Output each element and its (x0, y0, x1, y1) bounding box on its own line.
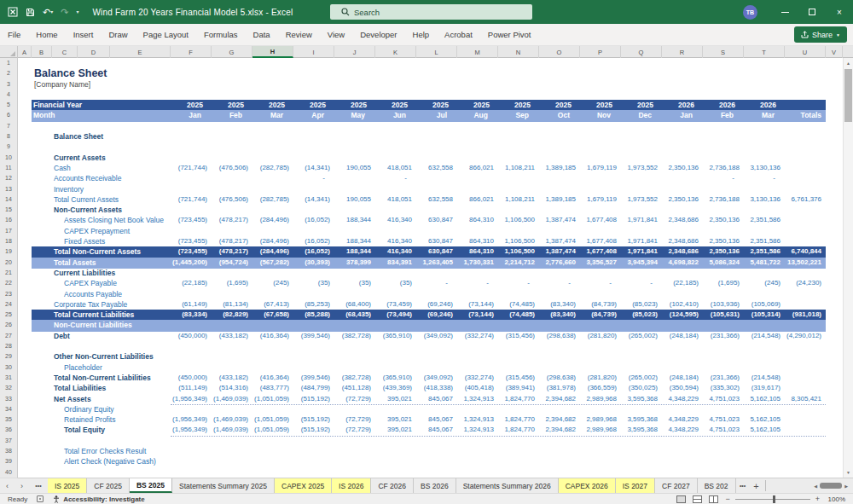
row-header-1[interactable]: 1 (0, 58, 18, 69)
cell-value[interactable]: 2,351,586 (744, 236, 785, 247)
cell-value[interactable]: (405,418) (457, 383, 498, 394)
cell-value[interactable]: (332,274) (457, 331, 498, 342)
row-header-29[interactable]: 29 (0, 351, 18, 362)
row-header-17[interactable]: 17 (0, 226, 18, 237)
cell-value[interactable]: (73,144) (457, 299, 498, 310)
cell-value[interactable]: (382,728) (334, 331, 375, 342)
cell-value[interactable]: 1,971,841 (621, 215, 662, 226)
accessibility-status[interactable]: Accessibility: Investigate (53, 495, 145, 503)
cell-value[interactable]: 2,214,712 (498, 258, 539, 269)
cell-value[interactable]: (102,410) (662, 299, 703, 310)
cell-value[interactable]: (83,340) (539, 310, 580, 321)
cell-value[interactable]: (298,638) (539, 331, 580, 342)
cell-value[interactable]: (450,000) (171, 373, 212, 384)
column-header-K[interactable]: K (375, 46, 416, 58)
cell-value[interactable]: (476,506) (212, 194, 252, 206)
more-sheets-left-icon[interactable]: ••• (29, 478, 48, 493)
cell-value[interactable]: (282,785) (252, 194, 293, 206)
cell-value[interactable]: 834,391 (375, 258, 416, 269)
cell-value[interactable]: 1,677,408 (580, 236, 621, 247)
cell-value[interactable]: (721,744) (171, 194, 212, 206)
cell-value[interactable]: 188,344 (334, 236, 375, 247)
cell-total[interactable]: (24,230) (785, 278, 826, 289)
ribbon-tab-draw[interactable]: Draw (101, 24, 135, 45)
cell-value[interactable]: (319,617) (744, 383, 785, 394)
row-label[interactable]: Non-Current Liabilities (52, 320, 171, 331)
month-cell[interactable]: Feb (212, 110, 252, 121)
cell-value[interactable]: 1,387,474 (539, 246, 580, 258)
row-header-2[interactable]: 2 (0, 68, 18, 79)
cell-value[interactable]: (418,338) (416, 383, 457, 394)
cell-value[interactable]: (14,341) (293, 163, 334, 174)
row-label[interactable]: Ordinary Equity (52, 404, 171, 415)
cell-value[interactable]: (478,217) (212, 246, 252, 258)
year-cell[interactable]: 2025 (416, 100, 457, 111)
cell-total[interactable]: (4,290,012) (785, 331, 826, 342)
cell-value[interactable]: (335,302) (703, 383, 744, 394)
cell-value[interactable]: 2,351,586 (744, 246, 785, 258)
cell-value[interactable]: (349,092) (416, 373, 457, 384)
cell-value[interactable]: (214,548) (744, 331, 785, 342)
row-header-25[interactable]: 25 (0, 310, 18, 321)
cell-value[interactable]: 188,344 (334, 246, 375, 258)
column-header-L[interactable]: L (416, 46, 457, 58)
cell-value[interactable]: 1,730,331 (457, 258, 498, 269)
month-cell[interactable]: Mar (252, 110, 293, 121)
row-label[interactable]: Fixed Assets (52, 236, 171, 247)
cell-value[interactable]: 190,055 (334, 163, 375, 174)
cell-value[interactable]: (248,184) (662, 331, 703, 342)
row-header-30[interactable]: 30 (0, 362, 18, 374)
cell-value[interactable]: - (621, 278, 662, 289)
cell-value[interactable]: 1,106,500 (498, 246, 539, 258)
row-header-32[interactable]: 32 (0, 383, 18, 394)
cell-value[interactable]: 1,263,405 (416, 258, 457, 269)
more-sheets-right-icon[interactable]: ••• (736, 478, 750, 493)
cell-value[interactable]: 418,051 (375, 194, 416, 206)
cell-value[interactable]: 3,130,136 (744, 194, 785, 206)
cell-value[interactable]: (332,274) (457, 373, 498, 384)
cell-value[interactable]: (35) (293, 278, 334, 289)
row-label[interactable]: Inventory (52, 184, 171, 195)
ribbon-tab-help[interactable]: Help (405, 24, 438, 45)
cell-value[interactable]: (721,744) (171, 163, 212, 174)
cell-value[interactable]: 5,162,105 (744, 414, 785, 426)
cell-value[interactable]: (416,364) (252, 331, 293, 342)
row-header-23[interactable]: 23 (0, 289, 18, 300)
cell-value[interactable]: 2,736,188 (703, 163, 744, 174)
row-label[interactable]: Retained Profits (52, 414, 171, 426)
cell-value[interactable]: 866,021 (457, 163, 498, 174)
cell-value[interactable]: (381,978) (539, 383, 580, 394)
cell-total[interactable]: 13,502,221 (785, 258, 826, 269)
cell-value[interactable]: 864,310 (457, 236, 498, 247)
cell-value[interactable]: (514,316) (212, 383, 252, 394)
cell-value[interactable]: 190,055 (334, 194, 375, 206)
row-header-7[interactable]: 7 (0, 121, 18, 132)
cell-value[interactable]: 2,776,660 (539, 258, 580, 269)
cell-value[interactable]: (315,456) (498, 331, 539, 342)
cell-value[interactable]: 630,847 (416, 215, 457, 226)
year-cell[interactable]: 2025 (171, 100, 212, 111)
macro-record-icon[interactable] (37, 495, 44, 502)
cell-value[interactable]: (83,334) (171, 310, 212, 321)
column-header-B[interactable]: B (32, 46, 52, 58)
cell-value[interactable]: 2,348,686 (662, 236, 703, 247)
row-header-9[interactable]: 9 (0, 142, 18, 153)
vertical-scrollbar[interactable]: ▲ ▼ (843, 58, 853, 478)
cell-value[interactable]: 2,348,686 (662, 246, 703, 258)
cell-value[interactable]: 2,350,136 (703, 215, 744, 226)
row-label[interactable]: Corporate Tax Payable (52, 299, 171, 310)
month-cell[interactable]: Mar (744, 110, 785, 121)
year-cell[interactable]: 2025 (457, 100, 498, 111)
cell-value[interactable]: 188,344 (334, 215, 375, 226)
row-header-20[interactable]: 20 (0, 258, 18, 269)
cell-value[interactable]: 3,595,368 (621, 414, 662, 426)
cell-value[interactable]: (399,546) (293, 331, 334, 342)
cell-value[interactable]: (265,002) (621, 331, 662, 342)
month-cell[interactable]: Aug (457, 110, 498, 121)
cell-value[interactable]: (389,941) (498, 383, 539, 394)
column-header-D[interactable]: D (78, 46, 110, 58)
cell-value[interactable]: 4,698,822 (662, 258, 703, 269)
cell-value[interactable]: (85,023) (621, 299, 662, 310)
cell-value[interactable]: (16,052) (293, 236, 334, 247)
cell-value[interactable]: (451,128) (334, 383, 375, 394)
